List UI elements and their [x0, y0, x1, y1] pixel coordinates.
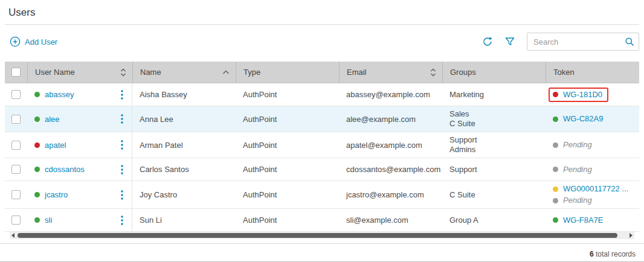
- column-header-type[interactable]: Type: [236, 62, 339, 83]
- username-cell: abassey: [27, 83, 132, 106]
- username-link[interactable]: apatel: [45, 141, 66, 150]
- token-link[interactable]: WG-181D0: [563, 90, 602, 100]
- table-row: apatelArman PatelAuthPointapatel@example…: [5, 132, 639, 158]
- token-status-dot: [553, 167, 558, 172]
- horizontal-scrollbar[interactable]: [10, 232, 634, 239]
- token-cell: WG-181D0: [546, 83, 639, 106]
- scrollbar-thumb[interactable]: [18, 233, 617, 238]
- header-select-all-cell: [5, 62, 27, 83]
- token-status-dot: [553, 187, 558, 192]
- row-checkbox[interactable]: [11, 216, 21, 225]
- column-header-groups[interactable]: Groups: [442, 62, 546, 83]
- row-menu-icon[interactable]: [121, 114, 123, 124]
- toolbar: Add User: [5, 33, 639, 51]
- username-cell: apatel: [27, 132, 132, 158]
- username-cell: jcastro: [27, 181, 132, 208]
- sort-asc-icon[interactable]: [222, 70, 230, 75]
- column-label-email: Email: [347, 68, 367, 77]
- add-user-button[interactable]: Add User: [10, 36, 57, 47]
- token-link[interactable]: WG-F8A7E: [563, 216, 603, 225]
- row-menu-icon[interactable]: [121, 165, 123, 174]
- row-menu-icon[interactable]: [121, 90, 123, 100]
- user-status-dot: [34, 142, 40, 148]
- token-cell: WG-F8A7E: [546, 209, 639, 231]
- user-status-dot: [34, 167, 40, 172]
- search-input[interactable]: [527, 33, 639, 51]
- row-menu-icon[interactable]: [121, 190, 123, 200]
- username-cell: alee: [27, 106, 132, 132]
- row-checkbox-cell: [5, 132, 27, 158]
- username-link[interactable]: sli: [45, 216, 52, 225]
- row-checkbox[interactable]: [11, 165, 21, 174]
- column-header-token[interactable]: Token: [546, 62, 639, 83]
- table-row: cdossantosCarlos SantosAuthPointcdossant…: [5, 158, 639, 181]
- token-status-dot: [553, 198, 558, 203]
- token-link[interactable]: WG-C82A9: [563, 114, 603, 124]
- table-row: sliSun LiAuthPointsli@example.comGroup A…: [5, 209, 639, 232]
- token-cell: Pending: [546, 158, 639, 181]
- token-status-dot: [553, 142, 558, 148]
- row-checkbox-cell: [5, 83, 27, 106]
- name-cell: Sun Li: [132, 209, 236, 231]
- scroll-left-arrow[interactable]: [11, 233, 14, 238]
- sort-both-icon[interactable]: [120, 68, 126, 77]
- token-pending-label: Pending: [563, 140, 592, 150]
- email-cell: jcastro@example.com: [339, 181, 442, 208]
- username-link[interactable]: alee: [45, 115, 60, 124]
- email-cell: sli@example.com: [339, 209, 442, 231]
- email-cell: abassey@example.com: [339, 83, 442, 106]
- row-checkbox-cell: [5, 106, 27, 132]
- username-link[interactable]: cdossantos: [45, 165, 85, 174]
- table-row: jcastroJoy CastroAuthPointjcastro@exampl…: [5, 181, 639, 209]
- users-table: User Name Name Type Email: [5, 62, 639, 239]
- username-link[interactable]: jcastro: [45, 190, 68, 199]
- row-checkbox[interactable]: [11, 141, 21, 150]
- page-header: Users: [0, 0, 644, 19]
- row-checkbox[interactable]: [11, 90, 21, 99]
- sort-both-icon[interactable]: [430, 68, 436, 77]
- name-cell: Anna Lee: [132, 106, 236, 132]
- column-header-email[interactable]: Email: [339, 62, 442, 83]
- page-title: Users: [8, 7, 636, 19]
- token-status-dot: [553, 117, 558, 122]
- token-status-dot: [553, 217, 558, 223]
- scroll-right-arrow[interactable]: [630, 233, 633, 238]
- add-user-icon: [10, 36, 21, 47]
- column-header-username[interactable]: User Name: [27, 62, 132, 83]
- column-label-token: Token: [553, 68, 575, 77]
- token-entry: WG-181D0: [553, 88, 608, 102]
- token-link[interactable]: WG0000117722 ...: [563, 184, 628, 194]
- name-cell: Carlos Santos: [132, 158, 236, 181]
- token-cell: WG0000117722 ...Pending: [546, 181, 639, 208]
- select-all-checkbox[interactable]: [11, 68, 21, 77]
- type-cell: AuthPoint: [236, 83, 339, 106]
- groups-cell: Support: [442, 158, 546, 181]
- group-label: Support: [449, 165, 477, 174]
- user-status-dot: [34, 217, 40, 223]
- user-status-dot: [34, 192, 40, 197]
- row-checkbox[interactable]: [11, 190, 21, 199]
- groups-cell: Group A: [442, 209, 546, 231]
- search-icon[interactable]: [625, 37, 634, 46]
- type-cell: AuthPoint: [236, 106, 339, 132]
- groups-cell: Marketing: [442, 83, 546, 106]
- column-label-groups: Groups: [450, 68, 476, 77]
- row-menu-icon[interactable]: [121, 216, 123, 225]
- email-cell: cdossantos@example.com: [339, 158, 442, 181]
- token-cell: WG-C82A9: [546, 106, 639, 132]
- type-cell: AuthPoint: [236, 158, 339, 181]
- row-checkbox[interactable]: [11, 115, 21, 124]
- row-checkbox-cell: [5, 181, 27, 208]
- column-header-name[interactable]: Name: [132, 62, 236, 83]
- filter-icon[interactable]: [505, 37, 515, 46]
- column-label-type: Type: [243, 68, 260, 77]
- groups-cell: SalesC Suite: [442, 106, 546, 132]
- search-box: [527, 33, 639, 51]
- header-divider: [5, 24, 639, 25]
- refresh-icon[interactable]: [482, 36, 493, 47]
- row-menu-icon[interactable]: [121, 140, 123, 150]
- name-cell: Aisha Bassey: [132, 83, 236, 106]
- table-row: abasseyAisha BasseyAuthPointabassey@exam…: [5, 83, 639, 106]
- token-entry: Pending: [553, 165, 592, 174]
- username-link[interactable]: abassey: [45, 90, 74, 99]
